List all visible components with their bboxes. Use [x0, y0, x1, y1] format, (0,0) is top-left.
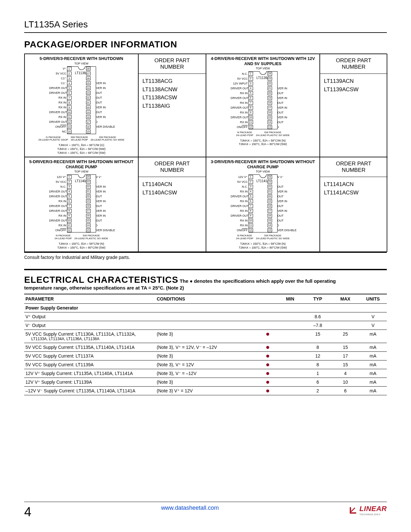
pin-number: 11	[249, 120, 253, 124]
table-subheader: Power Supply Generator	[24, 304, 387, 312]
conditions-cell: (Note 3)	[155, 352, 259, 360]
min-cell	[276, 352, 304, 360]
pin-number: 17	[268, 106, 272, 110]
pin-number: 5	[67, 86, 72, 90]
pin-label-left: RX IN	[231, 121, 249, 124]
package-title: 5-DRIVER/3-RECEIVER WITH SHUTDOWN WITHOU…	[27, 159, 136, 169]
logo-subtext: TECHNOLOGY	[359, 513, 387, 516]
pin-number: 20	[268, 91, 272, 95]
pin-number: 12	[249, 228, 253, 232]
order-part-header: ORDER PARTNUMBER	[139, 54, 206, 74]
pin-number: 3	[67, 185, 72, 189]
pin-number: 23	[268, 180, 272, 184]
footer-url[interactable]: www.datasheetall.com	[161, 505, 219, 511]
logo-icon	[348, 506, 357, 515]
pin-number: 13	[268, 228, 272, 232]
conditions-cell: (Note 3), V⁺ = 12V, V⁻ = –12V	[155, 343, 259, 352]
top-view-label: TOP VIEW	[208, 170, 318, 173]
pin-label-left: DRIVER OUT	[49, 219, 67, 222]
typ-cell: 8.6	[304, 312, 332, 321]
pin-label-left: RX IN	[49, 200, 67, 203]
pin-number: 21	[86, 190, 91, 193]
package-types: N PACKAGE24-LEAD PDIPSW PACKAGE24-LEAD P…	[208, 234, 318, 240]
table-header: MIN	[276, 294, 304, 304]
section-heading-package: PACKAGE/ORDER INFORMATION	[24, 39, 387, 50]
pin-number: 6	[249, 96, 253, 100]
pin-label-left: RX IN	[49, 224, 67, 227]
pin-number: 2	[67, 72, 72, 75]
max-cell: 15	[332, 343, 359, 352]
pin-number: 21	[268, 86, 272, 90]
pin-label-left: N.C.	[231, 185, 249, 188]
units-cell: mA	[359, 369, 387, 378]
pin-number: 18	[268, 101, 272, 105]
min-cell	[276, 378, 304, 387]
pin-number: 16	[86, 214, 91, 218]
pin-number: 18	[268, 204, 272, 208]
pin-number: 2	[67, 180, 72, 184]
pin-number: 15	[86, 130, 91, 133]
pin-label-left: C1⁻	[49, 82, 67, 85]
chip-notch	[78, 174, 85, 178]
pin-number: 20	[86, 105, 91, 109]
pin-number: 1	[249, 175, 253, 179]
typ-cell: 8	[304, 343, 332, 352]
page-number: 4	[24, 505, 31, 519]
pin-number: 4	[67, 190, 72, 193]
package-title: 4-DRIVER/4-RECEIVER WITH SHUTDOWN WITH 1…	[208, 56, 318, 66]
min-cell	[276, 343, 304, 352]
conditions-cell: (Note 3)	[155, 330, 259, 343]
package-title: 5-DRIVER/3-RECEIVER WITH SHUTDOWN	[27, 56, 136, 61]
pin-label-left: RX IN	[49, 101, 67, 104]
pin-number: 17	[86, 120, 91, 124]
units-cell: mA	[359, 387, 387, 395]
pin-label-left: DRIVER OUT	[49, 111, 67, 114]
pin-number: 12	[67, 120, 72, 124]
pin-number: 14	[67, 130, 72, 133]
pin-label-left: 5V VCC	[49, 72, 67, 75]
pin-number: 14	[86, 223, 91, 227]
table-header	[259, 294, 277, 304]
table-row: –12V V⁻ Supply Current: LT1135A, LT1140A…	[24, 387, 387, 395]
min-cell	[276, 330, 304, 343]
pin-label-left: RX IN	[231, 101, 249, 104]
conditions-cell: (Note 3), V⁻ = –12V	[155, 369, 259, 378]
pin-label-left: 5V VCC	[49, 180, 67, 183]
order-part-list: LT1138ACGLT1138ACNWLT1138ACSWLT1138AIG	[139, 74, 206, 113]
pin-number: 22	[268, 185, 272, 189]
top-view-label: TOP VIEW	[27, 62, 136, 65]
pin-label-left: RX IN	[231, 190, 249, 193]
pin-number: 24	[268, 175, 272, 179]
conditions-cell	[155, 321, 259, 330]
min-cell	[276, 360, 304, 369]
package-title: 3-DRIVER/5-RECEIVER WITH SHUTDOWN WITHOU…	[208, 159, 318, 169]
table-row: 5V VCC Supply Current: LT1135A, LT1140A,…	[24, 343, 387, 352]
pin-number: 22	[86, 185, 91, 189]
pin-number: 4	[249, 190, 253, 193]
temperature-dot-icon	[266, 333, 269, 336]
pin-number: 1	[249, 72, 253, 76]
pin-number: 15	[268, 115, 272, 119]
pin-number: 10	[249, 219, 253, 222]
max-cell: 6	[332, 387, 359, 395]
pin-number: 17	[86, 209, 91, 213]
pin-number: 4	[67, 81, 72, 85]
pin-number: 10	[249, 115, 253, 119]
pin-number: 25	[86, 81, 91, 85]
pin-label-left: NC	[49, 130, 67, 133]
pin-number: 8	[249, 106, 253, 110]
pin-number: 26	[86, 76, 91, 80]
pin-number: 7	[249, 204, 253, 208]
dot-cell	[259, 352, 277, 360]
pin-number: 10	[67, 110, 72, 114]
pin-label-left: DRIVER OUT	[231, 195, 249, 198]
dot-cell	[259, 321, 277, 330]
pin-number: 7	[249, 101, 253, 105]
pin-number: 10	[67, 219, 72, 222]
pin-number: 5	[67, 194, 72, 198]
order-part-header: ORDER PARTNUMBER	[139, 157, 206, 177]
chip-pinout: N.C.124V⁻5V VCC223C⁻12V INPUT322C⁺DRIVER…	[231, 71, 295, 129]
package-type: N PACKAGE24-LEAD PDIP	[236, 234, 253, 240]
logo-text: LINEAR	[359, 505, 387, 513]
pin-label-left: DRIVER OUT	[49, 120, 67, 123]
